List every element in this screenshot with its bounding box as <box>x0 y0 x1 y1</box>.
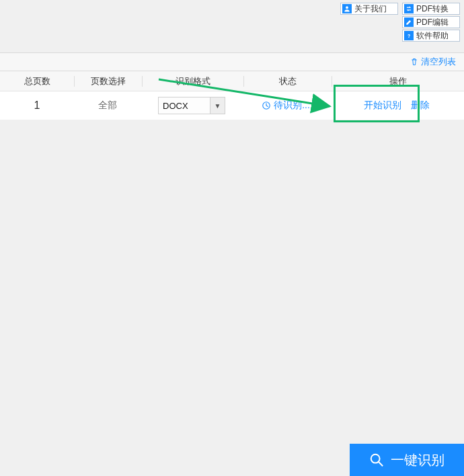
pdf-convert-menu[interactable]: PDF转换 <box>402 3 460 15</box>
status-text: 待识别... <box>274 100 310 112</box>
table-header: 总页数 页数选择 识别格式 状态 操作 <box>0 71 464 91</box>
format-select[interactable]: DOCX ▼ <box>158 97 225 114</box>
edit-icon <box>404 17 414 27</box>
one-click-recognize-label: 一键识别 <box>391 451 444 469</box>
svg-point-4 <box>371 454 380 463</box>
clear-list-link[interactable]: 清空列表 <box>410 56 456 68</box>
cell-status: 待识别... <box>242 100 330 112</box>
svg-point-0 <box>346 6 348 9</box>
col-page-select: 页数选择 <box>75 75 142 87</box>
help-label: 软件帮助 <box>416 30 449 42</box>
clear-list-label: 清空列表 <box>421 56 456 68</box>
clock-icon <box>262 101 271 110</box>
pdf-convert-label: PDF转换 <box>416 3 449 15</box>
search-icon <box>369 452 384 467</box>
table-row: 1 全部 DOCX ▼ 待识别... 开始识别 删除 <box>0 91 464 120</box>
about-us-menu[interactable]: 关于我们 <box>340 3 398 15</box>
svg-text:?: ? <box>408 34 410 38</box>
start-recognize-link[interactable]: 开始识别 <box>364 100 401 112</box>
help-icon: ? <box>404 31 414 40</box>
col-status: 状态 <box>244 75 332 87</box>
format-select-value: DOCX <box>163 101 188 111</box>
trash-icon <box>410 58 418 66</box>
cell-page-select[interactable]: 全部 <box>74 100 141 112</box>
col-format: 识别格式 <box>143 75 243 87</box>
help-menu[interactable]: ? 软件帮助 <box>402 30 460 42</box>
svg-line-5 <box>379 462 383 466</box>
about-us-label: 关于我们 <box>354 3 387 15</box>
convert-icon <box>404 4 414 13</box>
toolbar: 清空列表 <box>0 52 464 71</box>
chevron-down-icon: ▼ <box>210 97 225 114</box>
person-icon <box>342 4 352 13</box>
top-menus: 关于我们 PDF转换 PDF编辑 ? 软件帮助 <box>340 3 460 42</box>
cell-total-pages: 1 <box>0 100 74 112</box>
cell-action: 开始识别 删除 <box>330 100 464 112</box>
pdf-edit-label: PDF编辑 <box>416 17 449 28</box>
delete-link[interactable]: 删除 <box>411 100 430 112</box>
col-total-pages: 总页数 <box>0 75 74 87</box>
col-action: 操作 <box>332 75 464 87</box>
cell-format: DOCX ▼ <box>141 97 242 114</box>
one-click-recognize-button[interactable]: 一键识别 <box>350 444 464 476</box>
pdf-edit-menu[interactable]: PDF编辑 <box>402 16 460 28</box>
